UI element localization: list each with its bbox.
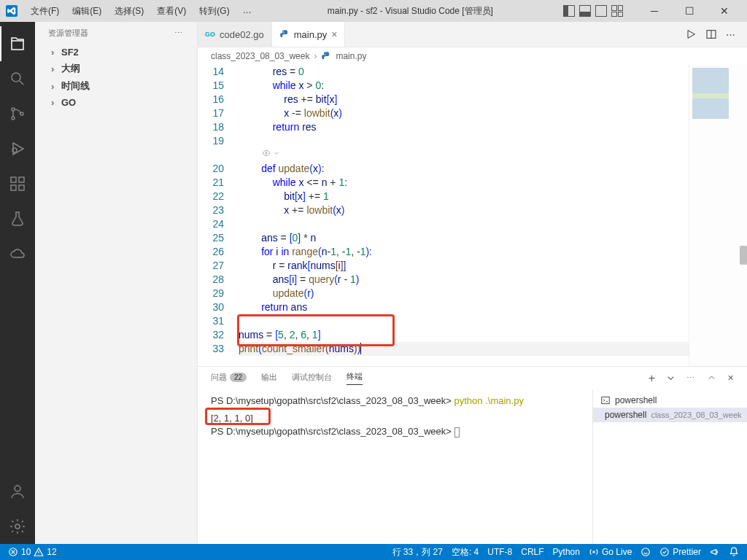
run-icon[interactable] (685, 28, 697, 40)
terminal[interactable]: PS D:\mysetup\gopath\src\sf2\class_2023_… (198, 390, 592, 544)
close-icon[interactable]: × (331, 28, 337, 40)
tab-code02-go[interactable]: GO code02.go (198, 22, 272, 47)
code-editor[interactable]: 141516171819 202122232425262728293031323… (198, 65, 747, 366)
maximize-panel-icon[interactable] (706, 373, 717, 384)
menu-edit[interactable]: 编辑(E) (66, 2, 107, 20)
layout-grid-icon[interactable] (611, 5, 623, 17)
toggle-panel-bottom-icon[interactable] (579, 5, 591, 17)
breadcrumb[interactable]: class_2023_08_03_week › main.py (198, 47, 747, 65)
chevron-down-icon[interactable] (665, 373, 676, 384)
chevron-right-icon: › (314, 51, 317, 61)
editor-scrollbar[interactable] (738, 65, 747, 366)
cloud-icon[interactable] (0, 236, 35, 271)
problems-count-badge: 22 (230, 373, 247, 382)
go-file-icon: GO (205, 29, 215, 39)
status-language[interactable]: Python (551, 546, 582, 559)
settings-icon[interactable] (0, 509, 35, 544)
svg-point-2 (12, 117, 15, 120)
check-icon (659, 547, 670, 557)
account-icon[interactable] (0, 474, 35, 509)
menu-more[interactable]: … (237, 2, 258, 20)
error-count: 10 (21, 547, 31, 557)
menu-goto[interactable]: 转到(G) (193, 2, 235, 20)
terminal-item-label: powershell (615, 395, 657, 405)
terminal-icon (600, 395, 611, 405)
sidebar-more-icon[interactable]: ⋯ (174, 28, 184, 38)
status-encoding[interactable]: UTF-8 (485, 546, 514, 559)
window-controls: ─ ☐ ✕ (638, 0, 741, 22)
status-errors[interactable]: 10 12 (6, 547, 59, 557)
toggle-panel-right-icon[interactable] (595, 5, 607, 17)
terminal-item-label: powershell (605, 410, 646, 420)
panel-more-icon[interactable]: ⋯ (686, 373, 696, 383)
menu-select[interactable]: 选择(S) (109, 2, 150, 20)
tab-main-py[interactable]: main.py × (272, 22, 346, 47)
status-feedback-2[interactable] (708, 546, 722, 559)
toggle-panel-left-icon[interactable] (563, 5, 575, 17)
svg-point-11 (282, 31, 283, 31)
status-bell[interactable] (727, 546, 741, 559)
editor-area: GO code02.go main.py × ⋯ class_2023_08_0… (198, 22, 747, 544)
megaphone-icon (710, 547, 720, 557)
tab-label: code02.go (220, 29, 264, 40)
split-editor-icon[interactable] (705, 28, 717, 40)
menubar: 文件(F) 编辑(E) 选择(S) 查看(V) 转到(G) … (25, 2, 258, 20)
status-spaces[interactable]: 空格: 4 (449, 546, 481, 559)
status-eol[interactable]: CRLF (519, 546, 546, 559)
bell-icon (729, 547, 739, 557)
tree-label: 大纲 (61, 62, 80, 75)
terminal-item-ps1[interactable]: powershell (593, 393, 747, 408)
panel-tab-terminal[interactable]: 终端 (347, 371, 363, 385)
panel-tab-debug[interactable]: 调试控制台 (292, 372, 332, 385)
menu-file[interactable]: 文件(F) (25, 2, 65, 20)
menu-view[interactable]: 查看(V) (151, 2, 192, 20)
close-panel-icon[interactable]: ✕ (727, 373, 734, 383)
line-gutter: 141516171819 202122232425262728293031323… (198, 65, 239, 366)
tab-actions: ⋯ (685, 22, 747, 47)
broadcast-icon (589, 547, 599, 557)
svg-point-18 (642, 548, 650, 556)
source-control-icon[interactable] (0, 96, 35, 131)
status-bar: 10 12 行 33，列 27 空格: 4 UTF-8 CRLF Python … (0, 544, 747, 560)
status-golive[interactable]: Go Live (587, 546, 634, 559)
bottom-panel: 问题 22 输出 调试控制台 终端 + ⋯ ✕ PS D:\mysetup\go… (198, 366, 747, 544)
panel-tab-output[interactable]: 输出 (261, 372, 277, 385)
window-title: main.py - sf2 - Visual Studio Code [管理员] (260, 5, 560, 18)
tree-item-timeline[interactable]: ›时间线 (35, 77, 197, 95)
svg-rect-5 (11, 177, 16, 182)
terminal-item-ps2[interactable]: powershell class_2023_08_03_week (593, 408, 747, 422)
explorer-sidebar: 资源管理器 ⋯ ›SF2 ›大纲 ›时间线 ›GO (35, 22, 198, 544)
status-ln-col[interactable]: 行 33，列 27 (390, 546, 445, 559)
terminal-command: python .\main.py (454, 395, 524, 406)
maximize-button[interactable]: ☐ (673, 0, 706, 22)
editor-more-icon[interactable]: ⋯ (726, 29, 737, 40)
tree-item-go[interactable]: ›GO (35, 95, 197, 110)
breadcrumb-file[interactable]: main.py (336, 51, 366, 61)
code-content[interactable]: res = 0 while x > 0: res += bit[x] x -= … (239, 65, 689, 366)
run-debug-icon[interactable] (0, 131, 35, 166)
close-button[interactable]: ✕ (708, 0, 741, 22)
panel-tab-problems[interactable]: 问题 22 (211, 372, 247, 385)
terminal-list: powershell powershell class_2023_08_03_w… (592, 390, 747, 544)
status-feedback[interactable] (638, 546, 653, 559)
svg-rect-7 (19, 185, 24, 190)
minimize-button[interactable]: ─ (638, 0, 671, 22)
svg-rect-6 (11, 185, 16, 190)
warning-icon (34, 547, 44, 557)
search-icon[interactable] (0, 61, 35, 96)
svg-point-1 (12, 108, 15, 111)
breadcrumb-folder[interactable]: class_2023_08_03_week (211, 51, 309, 61)
explorer-icon[interactable] (0, 26, 35, 61)
terminal-item-sublabel: class_2023_08_03_week (651, 411, 741, 419)
status-prettier[interactable]: Prettier (657, 546, 703, 559)
tree-label: 时间线 (61, 79, 90, 93)
smiley-icon (640, 547, 651, 557)
svg-point-10 (15, 524, 20, 529)
extensions-icon[interactable] (0, 166, 35, 201)
testing-icon[interactable] (0, 201, 35, 236)
vscode-icon (6, 5, 18, 17)
tree-item-sf2[interactable]: ›SF2 (35, 44, 197, 60)
new-terminal-icon[interactable]: + (649, 372, 655, 385)
tree-item-outline[interactable]: ›大纲 (35, 60, 197, 77)
svg-point-9 (15, 486, 20, 491)
